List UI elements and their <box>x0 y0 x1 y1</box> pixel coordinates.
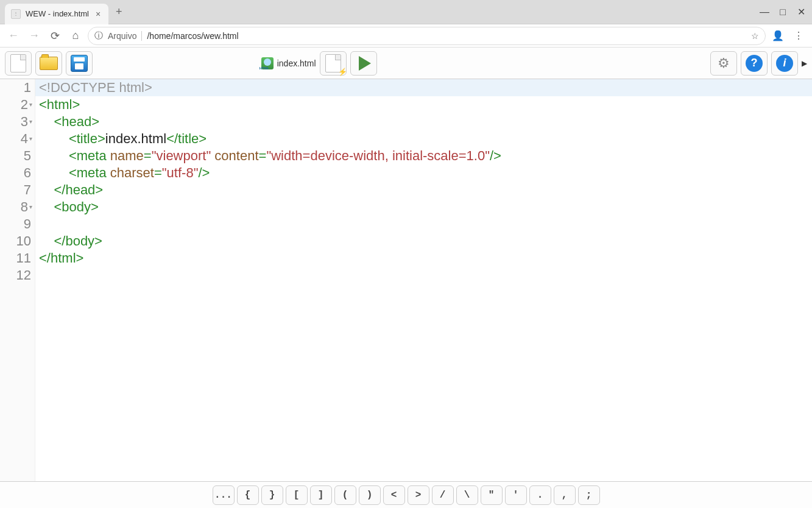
save-icon <box>71 55 88 72</box>
url-input[interactable]: ⓘ Arquivo /home/marcos/wew.html ☆ <box>88 27 766 45</box>
line-number: 1 <box>0 79 35 96</box>
code-line[interactable]: <meta name="viewport" content="width=dev… <box>35 147 812 164</box>
back-button[interactable]: ← <box>5 27 22 44</box>
symbol-button[interactable]: ; <box>578 485 600 505</box>
new-file-button[interactable] <box>5 51 32 76</box>
code-line[interactable]: <!DOCTYPE html> <box>35 79 812 96</box>
tab-favicon-icon: ⋮ <box>11 9 21 19</box>
line-number: 9 <box>0 216 35 233</box>
line-number: 11 <box>0 250 35 267</box>
window-controls: — □ ✕ <box>741 7 806 17</box>
code-content[interactable]: <!DOCTYPE html><html> <head> <title>inde… <box>35 79 812 481</box>
code-line[interactable]: <head> <box>35 113 812 130</box>
overflow-menu-icon[interactable]: ▶ <box>802 59 807 68</box>
symbol-button[interactable]: ) <box>359 485 381 505</box>
symbol-button[interactable]: ... <box>213 485 235 505</box>
current-file-label: index.html <box>261 57 316 69</box>
folder-icon <box>40 57 58 70</box>
new-tab-button[interactable]: + <box>113 3 125 21</box>
dropdown-indicator-icon[interactable] <box>741 7 751 17</box>
lightning-icon: ⚡ <box>338 68 347 76</box>
line-number: 3▾ <box>0 113 35 130</box>
filename-text: index.html <box>277 58 316 68</box>
close-tab-icon[interactable]: × <box>94 10 102 18</box>
help-icon: ? <box>746 55 763 72</box>
line-number: 8▾ <box>0 199 35 216</box>
bookmark-icon[interactable]: ☆ <box>751 31 759 41</box>
fold-toggle-icon[interactable]: ▾ <box>29 130 32 147</box>
fold-toggle-icon[interactable]: ▾ <box>29 199 32 216</box>
code-line[interactable] <box>35 216 812 233</box>
help-button[interactable]: ? <box>741 51 768 76</box>
symbol-button[interactable]: [ <box>286 485 308 505</box>
code-line[interactable]: <title>index.html</title> <box>35 130 812 147</box>
symbol-button[interactable]: . <box>529 485 551 505</box>
browser-tab[interactable]: ⋮ WEW - index.html × <box>5 4 108 24</box>
minimize-icon[interactable]: — <box>760 7 769 17</box>
forward-button[interactable]: → <box>26 27 43 44</box>
document-icon <box>10 54 26 72</box>
symbol-button[interactable]: > <box>408 485 429 505</box>
url-path: /home/marcos/wew.html <box>147 31 238 41</box>
line-number: 2▾ <box>0 96 35 113</box>
fold-toggle-icon[interactable]: ▾ <box>29 96 32 113</box>
symbol-button[interactable]: \ <box>456 485 478 505</box>
home-button[interactable]: ⌂ <box>67 27 84 44</box>
code-line[interactable]: <html> <box>35 96 812 113</box>
symbol-button[interactable]: < <box>383 485 405 505</box>
profile-icon[interactable]: 👤 <box>769 27 786 44</box>
quick-action-button[interactable]: ⚡ <box>320 51 347 76</box>
window-titlebar: ⋮ WEW - index.html × + — □ ✕ <box>0 0 812 24</box>
maximize-icon[interactable]: □ <box>778 7 788 17</box>
browser-addressbar: ← → ⟳ ⌂ ⓘ Arquivo /home/marcos/wew.html … <box>0 24 812 48</box>
run-button[interactable] <box>350 51 377 76</box>
code-line[interactable]: <meta charset="utf-8"/> <box>35 164 812 182</box>
line-number: 5 <box>0 147 35 164</box>
symbol-button[interactable]: ( <box>334 485 356 505</box>
code-line[interactable]: </head> <box>35 182 812 199</box>
reload-button[interactable]: ⟳ <box>46 27 63 44</box>
symbol-button[interactable]: " <box>481 485 503 505</box>
open-file-button[interactable] <box>35 51 62 76</box>
symbol-button[interactable]: ' <box>505 485 527 505</box>
html-file-icon <box>261 57 274 69</box>
tab-title: WEW - index.html <box>26 9 89 18</box>
symbol-toolbar: ...{}[]()<>/\"'.,; <box>0 481 812 508</box>
gear-icon: ⚙ <box>718 55 730 71</box>
browser-menu-icon[interactable]: ⋮ <box>790 27 807 44</box>
code-line[interactable] <box>35 267 812 284</box>
symbol-button[interactable]: } <box>261 485 283 505</box>
code-line[interactable]: </body> <box>35 233 812 250</box>
info-icon: i <box>776 55 793 72</box>
play-icon <box>359 56 371 71</box>
line-number: 6 <box>0 164 35 182</box>
code-line[interactable]: <body> <box>35 199 812 216</box>
code-line[interactable]: </html> <box>35 250 812 267</box>
line-number: 12 <box>0 267 35 284</box>
symbol-button[interactable]: ] <box>310 485 332 505</box>
line-number: 7 <box>0 182 35 199</box>
url-source-label: Arquivo <box>108 31 142 41</box>
line-number: 10 <box>0 233 35 250</box>
code-editor[interactable]: 1 2▾3▾4▾5 6 7 8▾9 10 11 12 <!DOCTYPE htm… <box>0 79 812 481</box>
info-button[interactable]: i <box>771 51 798 76</box>
symbol-button[interactable]: { <box>237 485 259 505</box>
close-window-icon[interactable]: ✕ <box>796 7 806 17</box>
save-file-button[interactable] <box>66 51 93 76</box>
info-icon: ⓘ <box>94 30 103 41</box>
editor-toolbar: index.html ⚡ ⚙ ? i ▶ <box>0 48 812 79</box>
line-number: 4▾ <box>0 130 35 147</box>
fold-toggle-icon[interactable]: ▾ <box>29 113 32 130</box>
symbol-button[interactable]: / <box>432 485 454 505</box>
settings-button[interactable]: ⚙ <box>710 51 737 76</box>
line-number-gutter: 1 2▾3▾4▾5 6 7 8▾9 10 11 12 <box>0 79 35 481</box>
symbol-button[interactable]: , <box>554 485 576 505</box>
